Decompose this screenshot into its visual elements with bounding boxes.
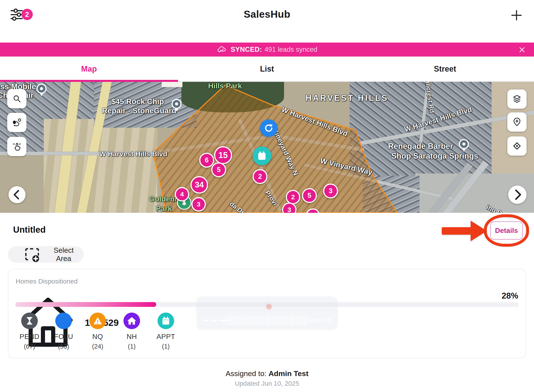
map-area-mode-button[interactable] xyxy=(507,136,527,156)
tab-list[interactable]: List xyxy=(178,56,356,81)
card-title: Homes Dispositioned xyxy=(16,278,78,285)
prev-territory-button[interactable] xyxy=(9,186,26,203)
sync-banner-status: SYNCED: xyxy=(231,46,262,53)
plus-icon xyxy=(509,7,524,24)
stat-nh[interactable]: NH(1) xyxy=(118,313,146,350)
map-label: Renegade Barber xyxy=(388,142,453,151)
cluster-pin-6[interactable]: 6 xyxy=(199,153,214,168)
tab-street[interactable]: Street xyxy=(356,56,534,81)
search-icon xyxy=(12,93,22,104)
refresh-map-pin[interactable] xyxy=(260,119,277,137)
cluster-pin-5[interactable]: 5 xyxy=(302,188,317,203)
stat-folu[interactable]: FOLU(53) xyxy=(49,313,78,350)
map-label: Hills Park xyxy=(208,82,242,90)
tab-bar: MapListStreet xyxy=(0,56,534,82)
select-area-label: Select Area xyxy=(53,246,74,263)
disposition-stats-row: PEND(67)FOLU(53)NQ(24)NH(1)APPT(1) xyxy=(15,313,180,350)
map-label: HARVEST HILLS xyxy=(305,93,388,103)
top-bar: 2 SalesHub xyxy=(0,0,534,42)
house-icon xyxy=(124,313,140,329)
chevron-left-icon xyxy=(10,187,24,203)
tap-hand-icon xyxy=(12,141,22,152)
stat-count: (67) xyxy=(24,343,35,350)
stat-label: NH xyxy=(127,333,137,341)
tab-map[interactable]: Map xyxy=(0,56,178,81)
chevron-right-icon xyxy=(510,186,525,204)
calendar-icon xyxy=(256,150,268,162)
hourglass-icon xyxy=(21,313,38,329)
tab-label: List xyxy=(260,64,274,74)
calendar-icon xyxy=(157,313,174,329)
cluster-pin-4[interactable]: 4 xyxy=(175,187,189,201)
select-area-icon xyxy=(16,246,48,263)
route-icon xyxy=(12,117,22,128)
cluster-pin-15[interactable]: 15 xyxy=(214,146,232,164)
stat-nq[interactable]: NQ(24) xyxy=(83,313,112,350)
cluster-pin-3[interactable]: 3 xyxy=(323,184,338,198)
territory-title: Untitled xyxy=(13,225,46,235)
layers-icon xyxy=(512,94,522,105)
progress-bar-fill xyxy=(15,302,156,307)
page-title: SalesHub xyxy=(0,8,534,20)
map-poi-pin[interactable] xyxy=(37,84,47,96)
stat-pend[interactable]: PEND(67) xyxy=(15,313,44,350)
map-label: Shop Saratoga Springs xyxy=(391,151,478,161)
next-territory-button[interactable] xyxy=(508,186,527,204)
tab-label: Street xyxy=(434,64,456,74)
map-label: Park xyxy=(156,204,172,213)
assigned-to-line: Assigned to: Admin Test xyxy=(0,369,534,378)
sync-banner: SYNCED: 491 leads synced xyxy=(0,42,534,56)
stat-count: (1) xyxy=(162,343,170,350)
map-tap-select-button[interactable] xyxy=(7,137,26,156)
cluster-pin-2[interactable]: 2 xyxy=(286,190,300,204)
cloud-check-icon xyxy=(217,45,227,55)
map-poi-pin[interactable] xyxy=(459,139,469,152)
map-view[interactable]: 1565344322353 lass MobileChair$45 Rock C… xyxy=(0,82,534,213)
refresh-icon xyxy=(263,123,274,134)
sync-banner-text: 491 leads synced xyxy=(265,46,317,53)
stat-label: FOLU xyxy=(54,333,73,341)
details-button[interactable]: Details xyxy=(490,221,523,240)
stat-label: APPT xyxy=(157,333,175,341)
map-label: Ch xyxy=(0,91,8,100)
refresh-icon xyxy=(55,313,72,329)
assigned-name: Admin Test xyxy=(268,369,309,378)
stat-appt[interactable]: APPT(1) xyxy=(152,313,180,350)
map-poi-pin[interactable] xyxy=(172,99,181,112)
cluster-pin-5[interactable]: 5 xyxy=(211,162,226,177)
tab-label: Map xyxy=(81,64,97,74)
updated-line: Updated Jun 10, 2025 xyxy=(0,380,534,387)
diamond-select-icon xyxy=(512,140,522,151)
pin-plus-icon xyxy=(512,117,522,127)
homes-percent: 28% xyxy=(502,291,518,301)
stat-count: (24) xyxy=(92,343,103,350)
map-label: $45 Rock Chip xyxy=(111,97,164,106)
stat-label: NQ xyxy=(92,333,103,341)
close-icon xyxy=(518,45,526,55)
homes-dispositioned-card: Homes Dispositioned 146/529 28% PEND(67)… xyxy=(8,269,526,358)
cluster-pin-34[interactable]: 34 xyxy=(191,176,208,194)
add-button[interactable] xyxy=(508,7,525,24)
cluster-pin-2[interactable]: 2 xyxy=(253,169,267,184)
banner-close-button[interactable] xyxy=(516,44,527,55)
map-route-button[interactable] xyxy=(7,113,26,132)
stat-label: PEND xyxy=(20,333,39,341)
map-search-button[interactable] xyxy=(7,89,26,108)
calendar-map-pin[interactable] xyxy=(253,146,271,165)
warning-icon xyxy=(89,313,106,329)
stat-count: (1) xyxy=(128,343,135,350)
select-area-button[interactable]: Select Area xyxy=(8,246,84,263)
map-add-pin-button[interactable] xyxy=(507,112,527,132)
cluster-pin-3[interactable]: 3 xyxy=(191,197,206,211)
stat-count: (53) xyxy=(58,343,69,350)
map-label: W Harvest Hills Blvd xyxy=(99,150,167,158)
map-layers-button[interactable] xyxy=(507,89,527,109)
progress-bar xyxy=(15,302,519,307)
map-label: Repair - StoneGuard xyxy=(102,106,176,115)
